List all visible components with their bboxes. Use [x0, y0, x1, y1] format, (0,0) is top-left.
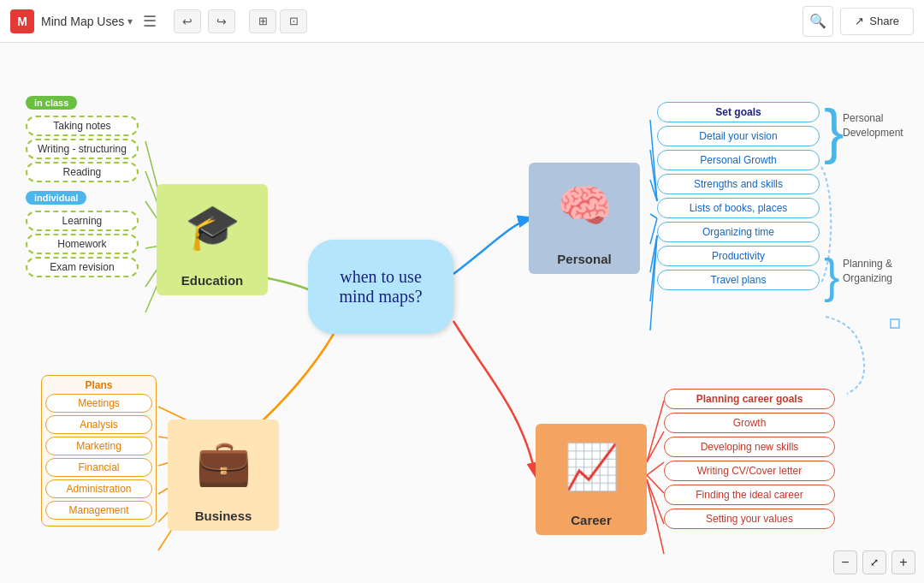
planning-dashed-indicator: [890, 318, 900, 329]
business-item-financial[interactable]: Financial: [45, 458, 152, 477]
svg-line-12: [647, 479, 664, 524]
education-node[interactable]: 🎓 Education: [157, 184, 268, 295]
business-item-analysis[interactable]: Analysis: [45, 415, 152, 434]
search-button[interactable]: 🔍: [803, 6, 833, 37]
business-item-admin[interactable]: Administration: [45, 479, 152, 498]
career-image: 📈: [540, 424, 643, 509]
zoom-out-button[interactable]: −: [833, 550, 857, 574]
undo-redo-group: ↩ ↪: [174, 9, 235, 33]
business-label: Business: [195, 505, 252, 525]
redo-button[interactable]: ↪: [208, 9, 235, 33]
personal-item-growth[interactable]: Personal Growth: [657, 150, 820, 170]
personal-item-strengths[interactable]: Strengths and skills: [657, 174, 820, 194]
personal-item-organizing[interactable]: Organizing time: [657, 222, 820, 242]
svg-line-9: [647, 431, 664, 462]
business-item-mgmt[interactable]: Management: [45, 501, 152, 520]
business-branch-box: Plans Meetings Analysis Marketing Financ…: [41, 375, 157, 526]
share-icon: ↗: [855, 15, 864, 27]
edu-item-taking-notes[interactable]: Taking notes: [26, 116, 139, 136]
business-item-marketing[interactable]: Marketing: [45, 437, 152, 455]
education-label: Education: [181, 270, 244, 289]
svg-line-11: [647, 475, 664, 493]
zoom-fit-button[interactable]: ⤢: [862, 550, 886, 574]
svg-line-2: [650, 180, 657, 201]
education-branches: in class Taking notes Writing - structur…: [26, 94, 139, 284]
svg-line-1: [650, 150, 657, 201]
business-item-meetings[interactable]: Meetings: [45, 394, 152, 413]
edu-item-learning[interactable]: Learning: [26, 211, 139, 231]
undo-button[interactable]: ↩: [174, 9, 201, 33]
business-node[interactable]: 💼 Business: [168, 419, 279, 531]
personal-node[interactable]: 🧠 Personal: [529, 163, 640, 274]
individual-tag: individual: [26, 191, 86, 205]
education-image: 🎓: [161, 184, 264, 270]
personal-item-travel[interactable]: Travel plans: [657, 270, 820, 290]
personal-dev-label: Personal Development: [843, 111, 903, 140]
svg-line-3: [650, 214, 657, 218]
svg-line-0: [650, 120, 657, 201]
personal-dev-bracket: }: [824, 101, 844, 161]
planning-label: Planning & Organizing: [843, 257, 892, 286]
business-branches: Plans Meetings Analysis Marketing Financ…: [41, 375, 157, 526]
view-buttons: ⊞ ⊡: [249, 9, 307, 33]
mind-map-canvas[interactable]: when to use mind maps? 🎓 Education 🧠 Per…: [0, 43, 924, 583]
svg-line-4: [650, 218, 657, 244]
app-logo: M: [10, 9, 34, 33]
zoom-controls: − ⤢ +: [833, 550, 915, 574]
planning-bracket: }: [824, 253, 839, 300]
svg-line-7: [650, 235, 657, 330]
personal-item-lists[interactable]: Lists of books, places: [657, 198, 820, 218]
career-item-skills[interactable]: Developing new skills: [664, 437, 835, 457]
svg-line-6: [650, 235, 657, 301]
view-mode-1-button[interactable]: ⊞: [249, 9, 276, 33]
personal-image: 🧠: [533, 163, 636, 248]
edu-item-exam[interactable]: Exam revision: [26, 257, 139, 277]
title-chevron-icon: ▾: [127, 15, 133, 27]
in-class-tag: in class: [26, 96, 77, 110]
edu-item-homework[interactable]: Homework: [26, 234, 139, 254]
document-title: Mind Map Uses: [41, 15, 124, 28]
in-class-group: in class Taking notes Writing - structur…: [26, 94, 139, 182]
career-item-planning[interactable]: Planning career goals: [664, 389, 835, 409]
share-label: Share: [869, 15, 899, 27]
career-node[interactable]: 📈 Career: [536, 424, 647, 535]
zoom-in-button[interactable]: +: [891, 550, 915, 574]
edu-item-reading[interactable]: Reading: [26, 162, 139, 182]
career-branches: Planning career goals Growth Developing …: [664, 385, 835, 532]
career-label: Career: [571, 509, 612, 529]
center-text: when to use mind maps?: [339, 267, 422, 306]
toolbar-right: 🔍 ↗ Share: [803, 6, 914, 37]
career-item-cv[interactable]: Writing CV/Cover letter: [664, 461, 835, 481]
svg-line-10: [647, 462, 664, 475]
business-plans-tag: Plans: [45, 379, 152, 391]
share-button[interactable]: ↗ Share: [840, 8, 914, 35]
svg-line-13: [647, 479, 664, 554]
personal-item-goals[interactable]: Set goals: [657, 102, 820, 122]
center-node[interactable]: when to use mind maps?: [308, 240, 453, 334]
toolbar: M Mind Map Uses ▾ ☰ ↩ ↪ ⊞ ⊡ 🔍 ↗ Share: [0, 0, 924, 43]
view-mode-2-button[interactable]: ⊡: [280, 9, 307, 33]
personal-label: Personal: [557, 248, 611, 268]
personal-item-vision[interactable]: Detail your vision: [657, 126, 820, 146]
svg-line-5: [650, 235, 657, 272]
career-item-values[interactable]: Setting your values: [664, 509, 835, 529]
personal-item-productivity[interactable]: Productivity: [657, 246, 820, 266]
individual-group: individual Learning Homework Exam revisi…: [26, 189, 139, 277]
svg-line-8: [647, 401, 664, 462]
career-item-ideal[interactable]: Finding the ideal career: [664, 485, 835, 505]
menu-icon[interactable]: ☰: [143, 12, 157, 31]
business-image: 💼: [172, 419, 275, 505]
edu-item-writing[interactable]: Writing - structuring: [26, 139, 139, 159]
personal-branches: Set goals Detail your vision Personal Gr…: [657, 98, 820, 294]
career-item-growth[interactable]: Growth: [664, 413, 835, 433]
